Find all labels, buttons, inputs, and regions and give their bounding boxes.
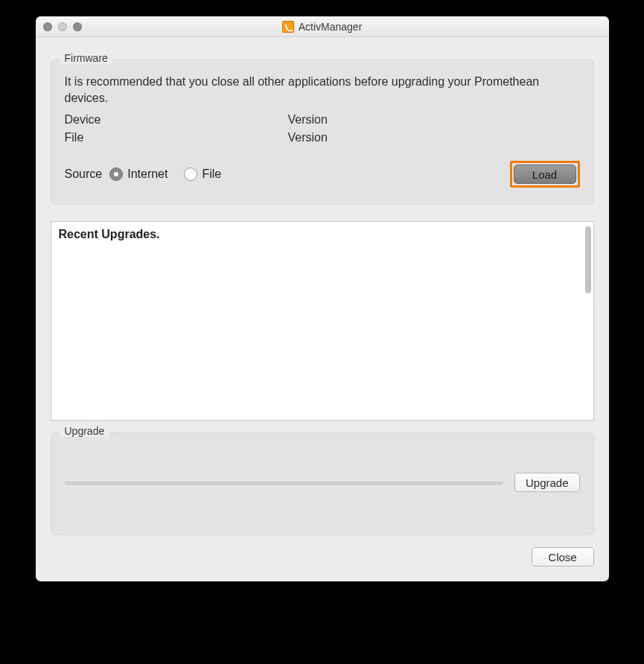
file-version-label: Version bbox=[288, 131, 580, 144]
radio-knob-icon bbox=[109, 167, 123, 181]
device-version-label: Version bbox=[288, 113, 580, 127]
firmware-group-label: Firmware bbox=[60, 52, 112, 64]
source-radio-internet[interactable]: Internet bbox=[109, 167, 168, 181]
window-close-button[interactable] bbox=[43, 22, 52, 31]
app-icon bbox=[282, 21, 294, 33]
upgrade-button[interactable]: Upgrade bbox=[514, 473, 580, 492]
window-controls bbox=[36, 22, 82, 31]
window-zoom-button[interactable] bbox=[73, 22, 82, 31]
titlebar: ActivManager bbox=[36, 16, 609, 37]
load-button-highlight: Load bbox=[510, 161, 580, 188]
scrollbar-thumb[interactable] bbox=[585, 226, 591, 293]
source-radio-internet-label: Internet bbox=[127, 167, 168, 181]
recent-upgrades-list[interactable]: Recent Upgrades. bbox=[51, 221, 594, 421]
source-radio-file[interactable]: File bbox=[184, 167, 221, 181]
firmware-group: Firmware It is recommended that you clos… bbox=[51, 60, 594, 205]
upgrade-group: Upgrade Upgrade bbox=[51, 432, 594, 535]
upgrade-group-label: Upgrade bbox=[60, 425, 109, 437]
firmware-info-text: It is recommended that you close all oth… bbox=[65, 74, 580, 106]
source-radio-file-label: File bbox=[202, 167, 221, 181]
load-button[interactable]: Load bbox=[514, 165, 576, 184]
close-button[interactable]: Close bbox=[532, 547, 594, 566]
upgrade-progress-bar bbox=[65, 480, 503, 485]
window: ActivManager Firmware It is recommended … bbox=[36, 16, 609, 581]
window-title: ActivManager bbox=[299, 21, 363, 33]
source-label: Source bbox=[65, 167, 103, 181]
radio-knob-icon bbox=[184, 167, 197, 181]
file-label: File bbox=[65, 131, 288, 144]
window-minimize-button[interactable] bbox=[58, 22, 67, 31]
device-label: Device bbox=[65, 113, 288, 127]
recent-upgrades-heading: Recent Upgrades. bbox=[59, 228, 586, 241]
